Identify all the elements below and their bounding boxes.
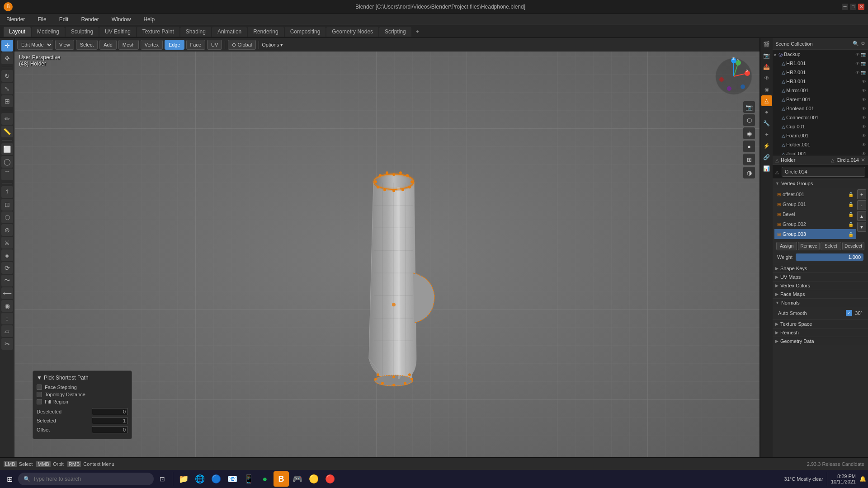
vgroup-group001[interactable]: ⊞ Group.001 🔒 xyxy=(774,199,856,209)
outliner-item-backup[interactable]: ▸ ◎ Backup 👁 📷 xyxy=(773,50,868,59)
vg-move-up-btn[interactable]: ▲ xyxy=(857,211,866,221)
viewport-shading-btn[interactable]: ● xyxy=(743,141,755,152)
viewport-uv-btn[interactable]: UV xyxy=(207,40,222,50)
move-tool[interactable]: ✥ xyxy=(1,52,13,64)
menu-render[interactable]: Render xyxy=(78,15,101,23)
remove-btn[interactable]: Remove xyxy=(798,242,819,250)
hr1-eye-icon[interactable]: 👁 xyxy=(855,61,860,66)
select-btn[interactable]: Select xyxy=(821,242,841,250)
push-pull-tool[interactable]: ↕ xyxy=(1,313,13,324)
outliner-options-btn[interactable]: ⚙ xyxy=(861,41,865,47)
taskbar-app-10[interactable]: 🔴 xyxy=(322,471,338,487)
tab-modeling[interactable]: Modeling xyxy=(32,27,65,37)
hr2-cam-icon[interactable]: 📷 xyxy=(861,70,866,75)
conn-eye-icon[interactable]: 👁 xyxy=(862,115,866,120)
rotate-tool[interactable]: ↻ xyxy=(1,70,13,82)
overlays-btn[interactable]: ⊞ xyxy=(743,154,755,165)
close-button[interactable]: ✕ xyxy=(858,4,864,10)
tab-texture-paint[interactable]: Texture Paint xyxy=(137,27,179,37)
maximize-button[interactable]: □ xyxy=(850,4,856,10)
workspace-add-button[interactable]: + xyxy=(412,27,423,37)
vgroup-bevel[interactable]: ⊞ Bevel 🔒 xyxy=(774,209,856,219)
fill-region-checkbox[interactable] xyxy=(37,399,42,404)
select-circle-tool[interactable]: ◯ xyxy=(1,156,13,168)
topology-distance-checkbox[interactable] xyxy=(37,392,42,397)
selected-input[interactable] xyxy=(92,417,128,424)
bevel-tool[interactable]: ⬡ xyxy=(1,211,13,223)
prop-tab-data[interactable]: 📊 xyxy=(761,163,772,174)
viewport-edge-btn[interactable]: Edge xyxy=(165,40,184,50)
prop-tab-render[interactable]: 📷 xyxy=(761,50,772,61)
taskbar-search-bar[interactable]: 🔍 xyxy=(18,473,154,485)
prop-tab-constraints[interactable]: 🔗 xyxy=(761,152,772,163)
taskbar-app-5[interactable]: 📱 xyxy=(241,471,256,487)
vg-bevel-lock-icon[interactable]: 🔒 xyxy=(848,212,854,217)
backup-render-icon[interactable]: 📷 xyxy=(861,52,866,57)
prop-tab-scene[interactable]: 🎬 xyxy=(761,39,772,50)
extrude-tool[interactable]: ⤴ xyxy=(1,186,13,198)
scale-tool[interactable]: ⤡ xyxy=(1,83,13,94)
properties-close-btn[interactable]: ✕ xyxy=(861,157,865,163)
spin-tool[interactable]: ⟳ xyxy=(1,262,13,274)
outliner-item-hr1[interactable]: △ HR1.001 👁 📷 xyxy=(773,59,868,68)
vgroup-group003[interactable]: ⊞ Group.003 🔒 xyxy=(774,229,856,239)
select-lasso-tool[interactable]: ⌒ xyxy=(1,169,13,180)
assign-btn[interactable]: Assign xyxy=(776,242,797,250)
vg-g001-lock-icon[interactable]: 🔒 xyxy=(848,202,854,207)
prop-tab-output[interactable]: 📤 xyxy=(761,61,772,72)
uv-maps-header[interactable]: ▶ UV Maps xyxy=(773,272,868,281)
tab-rendering[interactable]: Rendering xyxy=(248,27,283,37)
tab-layout[interactable]: Layout xyxy=(4,27,31,37)
joint-eye-icon[interactable]: 👁 xyxy=(862,151,866,155)
viewport-add-btn[interactable]: Add xyxy=(99,40,117,50)
rip-region-tool[interactable]: ✂ xyxy=(1,338,13,350)
vg-g002-lock-icon[interactable]: 🔒 xyxy=(848,222,854,227)
transform-tool[interactable]: ⊞ xyxy=(1,95,13,107)
viewport-view-btn[interactable]: View xyxy=(55,40,74,50)
taskbar-mail[interactable]: 📧 xyxy=(225,471,240,487)
3d-viewport[interactable]: Edit Mode View Select Add Mesh Vertex Ed… xyxy=(14,38,760,475)
poly-build-tool[interactable]: ◈ xyxy=(1,249,13,261)
shear-tool[interactable]: ▱ xyxy=(1,325,13,337)
cursor-tool[interactable]: ✛ xyxy=(1,40,13,52)
navigation-gizmo[interactable]: Y X Z xyxy=(713,56,754,97)
menu-file[interactable]: File xyxy=(35,15,49,23)
outliner-item-holder[interactable]: △ Holder.001 👁 xyxy=(773,140,868,149)
xray-btn[interactable]: ◑ xyxy=(743,167,755,178)
mesh-name-input[interactable] xyxy=(782,167,865,177)
taskbar-blender[interactable]: B xyxy=(274,471,289,487)
annotate-tool[interactable]: ✏ xyxy=(1,113,13,125)
vg-g003-lock-icon[interactable]: 🔒 xyxy=(848,232,854,237)
geometry-data-header[interactable]: ▶ Geometry Data xyxy=(773,337,868,345)
remesh-header[interactable]: ▶ Remesh xyxy=(773,328,868,337)
outliner-item-joint[interactable]: △ Joint.001 👁 xyxy=(773,149,868,155)
inset-tool[interactable]: ⊡ xyxy=(1,199,13,211)
menu-window[interactable]: Window xyxy=(109,15,134,23)
outliner-item-foam[interactable]: △ Foam.001 👁 xyxy=(773,131,868,140)
select-box-tool[interactable]: ⬜ xyxy=(1,143,13,155)
taskbar-app-8[interactable]: 🎮 xyxy=(290,471,305,487)
vertex-colors-header[interactable]: ▶ Vertex Colors xyxy=(773,281,868,290)
outliner-item-hr3[interactable]: △ HR3.001 👁 xyxy=(773,77,868,86)
viewport-mesh-btn[interactable]: Mesh xyxy=(118,40,139,50)
taskbar-app-9[interactable]: 🟡 xyxy=(306,471,321,487)
knife-tool[interactable]: ⚔ xyxy=(1,237,13,249)
offset-input[interactable] xyxy=(92,426,128,433)
texture-space-header[interactable]: ▶ Texture Space xyxy=(773,319,868,328)
auto-smooth-checkbox[interactable]: ✓ xyxy=(846,310,852,316)
edit-mode-select[interactable]: Edit Mode xyxy=(17,40,53,50)
options-button[interactable]: Options ▾ xyxy=(262,42,283,48)
local-view-btn[interactable]: ◉ xyxy=(743,127,755,139)
outliner-filter-btn[interactable]: 🔍 xyxy=(853,41,859,47)
hr2-eye-icon[interactable]: 👁 xyxy=(855,70,860,75)
outliner-item-parent[interactable]: △ Parent.001 👁 xyxy=(773,95,868,104)
vg-add-btn[interactable]: + xyxy=(857,189,866,199)
outliner-item-hr2[interactable]: △ HR2.001 👁📷 xyxy=(773,68,868,77)
camera-view-btn[interactable]: 📷 xyxy=(743,101,755,113)
hr1-camera-icon[interactable]: 📷 xyxy=(861,61,866,66)
prop-tab-particles[interactable]: ✦ xyxy=(761,129,772,140)
weight-input[interactable] xyxy=(796,253,863,261)
prop-tab-mesh[interactable]: △ xyxy=(761,95,772,106)
loop-cut-tool[interactable]: ⊘ xyxy=(1,224,13,236)
tab-geometry-nodes[interactable]: Geometry Nodes xyxy=(326,27,378,37)
